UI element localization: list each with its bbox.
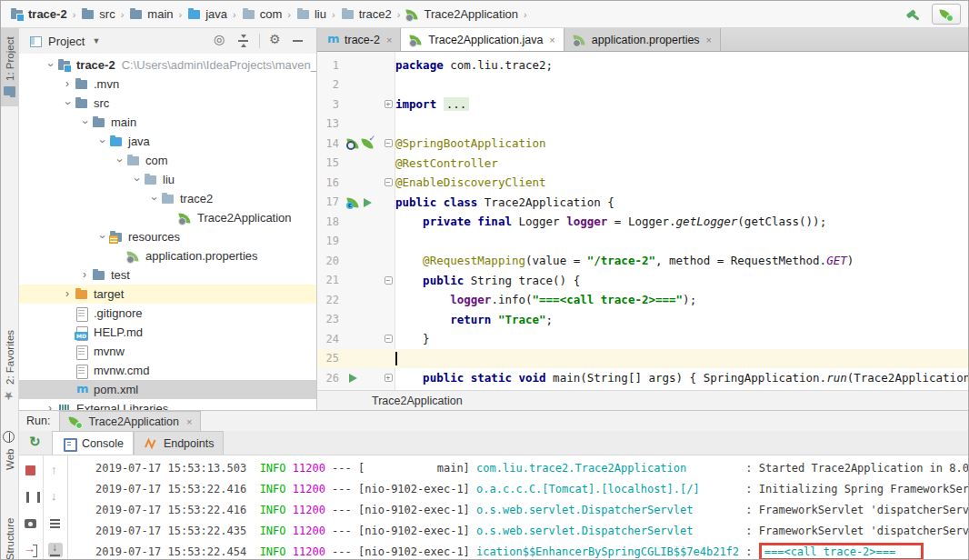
code-line-15[interactable]: 15@RestController bbox=[317, 154, 969, 174]
code-line-24[interactable]: 24− } bbox=[317, 329, 969, 349]
tree-item-test[interactable]: ›test bbox=[19, 265, 316, 285]
code-line-19[interactable]: 19 bbox=[317, 232, 969, 252]
build-hammer-icon[interactable] bbox=[906, 7, 921, 22]
breadcrumb-item-java[interactable]: java bbox=[185, 6, 229, 23]
stripe-web-button[interactable]: Web bbox=[1, 415, 19, 486]
code-line-16[interactable]: 16−@EnableDiscoveryClient bbox=[317, 173, 969, 193]
breadcrumb-item-com[interactable]: com bbox=[240, 6, 285, 23]
chevron-expanded-icon[interactable]: › bbox=[77, 113, 92, 132]
up-stack-trace-icon[interactable] bbox=[48, 464, 63, 478]
breadcrumb-item-Trace2Application[interactable]: Trace2Application bbox=[404, 6, 520, 23]
tree-item-Trace2Application[interactable]: Trace2Application bbox=[19, 208, 316, 227]
tree-item-.gitignore[interactable]: .gitignore bbox=[19, 304, 316, 323]
chevron-expanded-icon[interactable]: › bbox=[146, 189, 161, 208]
stripe-favorites-button[interactable]: 2: Favorites bbox=[1, 319, 19, 412]
breadcrumb-label: java bbox=[205, 7, 227, 21]
tree-item-trace2[interactable]: ›trace2 bbox=[19, 189, 316, 208]
code-line-21[interactable]: 21− public String trace() { bbox=[317, 271, 969, 291]
console-output[interactable]: 2019-07-17 15:53:13.503 INFO 11200 --- [… bbox=[68, 455, 968, 560]
chevron-expanded-icon[interactable]: › bbox=[95, 132, 109, 151]
chevron-expanded-icon[interactable]: › bbox=[43, 55, 57, 75]
close-icon[interactable]: × bbox=[549, 35, 554, 45]
fold-minus-icon[interactable]: − bbox=[381, 178, 395, 186]
tree-item-mvnw.cmd[interactable]: mvnw.cmd bbox=[19, 361, 316, 380]
exit-icon[interactable] bbox=[24, 543, 38, 557]
editor-breadcrumb-item[interactable]: Trace2Application bbox=[372, 395, 463, 407]
chevron-down-icon[interactable]: ▼ bbox=[92, 36, 100, 45]
close-icon[interactable]: × bbox=[706, 35, 712, 45]
code-line-20[interactable]: 20 @RequestMapping(value = "/trace-2", m… bbox=[317, 251, 969, 271]
tab-endpoints[interactable]: Endpoints bbox=[134, 431, 225, 455]
collapse-all-icon[interactable] bbox=[236, 34, 251, 48]
code-line-13[interactable]: 13 bbox=[317, 115, 969, 135]
fold-minus-icon[interactable]: − bbox=[381, 335, 395, 343]
run-configuration-selector[interactable] bbox=[932, 4, 961, 25]
folder-resources-icon bbox=[109, 230, 124, 245]
gear-icon[interactable] bbox=[268, 34, 283, 48]
code-line-25[interactable]: 25 bbox=[317, 349, 969, 369]
soft-wrap-icon[interactable] bbox=[48, 516, 63, 531]
breadcrumb-item-trace2[interactable]: trace2 bbox=[339, 6, 394, 23]
pause-output-icon[interactable] bbox=[24, 490, 38, 505]
scroll-to-end-icon[interactable] bbox=[48, 543, 63, 557]
close-icon[interactable]: × bbox=[386, 35, 392, 45]
chevron-collapsed-icon[interactable]: › bbox=[60, 285, 75, 304]
project-panel-title[interactable]: Project bbox=[48, 35, 85, 48]
code-editor[interactable]: 1package com.liu.trace2;23+import ...131… bbox=[317, 52, 969, 390]
fold-minus-icon[interactable]: − bbox=[381, 139, 395, 147]
fold-plus-icon[interactable]: + bbox=[381, 374, 395, 382]
close-icon[interactable]: × bbox=[186, 416, 192, 427]
code-line-22[interactable]: 22 logger.info("===<call trace-2>==="); bbox=[317, 290, 969, 310]
tree-item-target[interactable]: ›target bbox=[19, 285, 316, 304]
tree-item-java[interactable]: ›java bbox=[19, 132, 316, 151]
tree-item-pom.xml[interactable]: pom.xml bbox=[19, 380, 316, 399]
tree-item-External Libraries[interactable]: ›External Libraries bbox=[19, 399, 316, 410]
thread-dump-icon[interactable] bbox=[24, 516, 38, 531]
breadcrumb-separator: › bbox=[287, 9, 291, 20]
fold-minus-icon[interactable]: − bbox=[381, 276, 395, 285]
chevron-expanded-icon[interactable]: › bbox=[129, 170, 144, 189]
editor-tab-application.properties[interactable]: application.properties× bbox=[564, 28, 721, 51]
chevron-collapsed-icon[interactable]: › bbox=[43, 399, 57, 410]
tree-item-application.properties[interactable]: application.properties bbox=[19, 246, 316, 265]
tree-item-src[interactable]: ›src bbox=[19, 94, 316, 113]
code-line-26[interactable]: 26+ public static void main(String[] arg… bbox=[317, 368, 969, 388]
chevron-collapsed-icon[interactable]: › bbox=[77, 265, 92, 285]
code-line-2[interactable]: 2 bbox=[317, 75, 969, 95]
stop-icon[interactable] bbox=[24, 464, 38, 478]
tree-item-liu[interactable]: ›liu bbox=[19, 170, 316, 189]
down-stack-trace-icon[interactable] bbox=[48, 490, 63, 505]
code-line-23[interactable]: 23 return "Trace"; bbox=[317, 310, 969, 330]
code-line-14[interactable]: 14−@SpringBootApplication bbox=[317, 134, 969, 154]
tree-item-main[interactable]: ›main bbox=[19, 113, 316, 132]
run-configuration-tab[interactable]: Trace2Application × bbox=[59, 411, 201, 431]
editor-tab-trace-2[interactable]: trace-2× bbox=[317, 28, 401, 51]
code-line-1[interactable]: 1package com.liu.trace2; bbox=[317, 55, 969, 75]
chevron-expanded-icon[interactable]: › bbox=[95, 227, 109, 246]
locate-file-icon[interactable] bbox=[214, 34, 228, 48]
code-line-3[interactable]: 3+import ... bbox=[317, 95, 969, 115]
tree-item-trace-2[interactable]: ›trace-2C:\Users\admin\IdeaProjects\mave… bbox=[19, 55, 316, 75]
code-line-17[interactable]: 17public class Trace2Application { bbox=[317, 193, 969, 213]
breadcrumb-item-src[interactable]: src bbox=[79, 6, 116, 23]
code-line-18[interactable]: 18 private final Logger logger = Logger.… bbox=[317, 212, 969, 232]
tree-item-HELP.md[interactable]: HELP.md bbox=[19, 323, 316, 342]
breadcrumb-item-liu[interactable]: liu bbox=[295, 6, 328, 23]
editor-tab-Trace2Application.java[interactable]: Trace2Application.java× bbox=[401, 28, 564, 51]
tree-item-resources[interactable]: ›resources bbox=[19, 227, 316, 246]
chevron-collapsed-icon[interactable]: › bbox=[60, 75, 75, 94]
tab-console[interactable]: Console bbox=[52, 431, 134, 455]
stripe-project-button[interactable]: 1: Project bbox=[1, 28, 19, 106]
hide-panel-icon[interactable] bbox=[291, 34, 305, 48]
breadcrumb-item-trace-2[interactable]: trace-2 bbox=[8, 6, 69, 23]
rerun-icon[interactable] bbox=[28, 435, 43, 450]
chevron-expanded-icon[interactable]: › bbox=[60, 94, 75, 113]
stripe-structure-button[interactable]: 7: Structure bbox=[1, 490, 19, 559]
tree-item-mvnw[interactable]: mvnw bbox=[19, 342, 316, 361]
chevron-expanded-icon[interactable]: › bbox=[112, 151, 126, 170]
tree-item-com[interactable]: ›com bbox=[19, 151, 316, 170]
fold-plus-icon[interactable]: + bbox=[381, 100, 395, 108]
tree-item-.mvn[interactable]: ›.mvn bbox=[19, 75, 316, 94]
code-text: logger.info("===<call trace-2>==="); bbox=[395, 293, 696, 306]
breadcrumb-item-main[interactable]: main bbox=[127, 6, 175, 23]
